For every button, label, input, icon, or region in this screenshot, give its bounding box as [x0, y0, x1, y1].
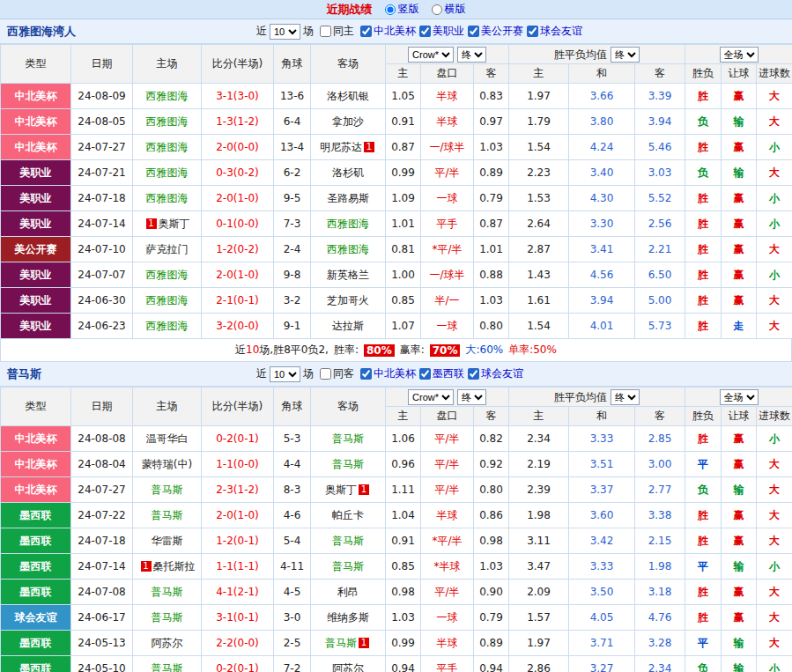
match-score[interactable]: 2-0(1-0) [202, 503, 274, 528]
match-score[interactable]: 0-1(0-0) [202, 211, 274, 237]
match-score[interactable]: 4-1(2-1) [202, 580, 274, 605]
final-odds-select[interactable]: 终 [457, 47, 486, 63]
match-score[interactable]: 1-2(0-2) [202, 237, 274, 262]
result-indicator: 负 [685, 160, 722, 186]
away-team[interactable]: 圣路易斯 [311, 186, 386, 211]
same-venue-checkbox[interactable] [320, 368, 331, 380]
home-team[interactable]: 西雅图海 [133, 262, 202, 288]
match-score[interactable]: 2-0(0-0) [202, 135, 274, 160]
bookmaker-select[interactable]: Crow* [408, 47, 454, 63]
home-team[interactable]: 普马斯 [133, 605, 202, 631]
team-name: 萨克拉门 [146, 243, 189, 255]
scope-select[interactable]: 全场 [720, 47, 759, 63]
match-score[interactable]: 1-1(0-0) [202, 452, 274, 477]
match-score[interactable]: 2-2(0-0) [202, 631, 274, 656]
league-filter[interactable]: 美职业 [416, 24, 464, 39]
league-filter[interactable]: 球会友谊 [523, 24, 582, 39]
match-score[interactable]: 2-3(1-2) [202, 477, 274, 503]
orientation-horizontal-option[interactable]: 横版 [432, 2, 466, 17]
bookmaker-select[interactable]: Crow* [408, 389, 454, 405]
europe-final-select[interactable]: 终 [611, 389, 640, 405]
away-team[interactable]: 利昂 [311, 580, 386, 605]
home-team[interactable]: 蒙特瑞(中) [133, 452, 202, 477]
home-team[interactable]: 1桑托斯拉 [133, 554, 202, 580]
same-venue-checkbox[interactable] [320, 26, 331, 37]
match-score[interactable]: 1-1(1-1) [202, 554, 274, 580]
home-team[interactable]: 西雅图海 [133, 135, 202, 160]
match-score[interactable]: 2-1(0-1) [202, 288, 274, 314]
games-label: 场 [303, 24, 314, 39]
league-checkbox[interactable] [360, 26, 372, 37]
away-team[interactable]: 西雅图海 [311, 211, 386, 237]
match-score[interactable]: 2-0(1-0) [202, 186, 274, 211]
home-team[interactable]: 阿苏尔 [133, 631, 202, 656]
match-score[interactable]: 3-1(0-1) [202, 605, 274, 631]
league-checkbox[interactable] [468, 368, 479, 380]
odds-win: 1.97 [509, 631, 569, 656]
home-team[interactable]: 西雅图海 [133, 186, 202, 211]
away-team[interactable]: 明尼苏达1 [311, 135, 386, 160]
away-team[interactable]: 洛杉矶 [311, 160, 386, 186]
home-team[interactable]: 萨克拉门 [133, 237, 202, 262]
home-team[interactable]: 普马斯 [133, 477, 202, 503]
orientation-vertical-option[interactable]: 竖版 [385, 2, 419, 17]
europe-final-select[interactable]: 终 [611, 47, 640, 63]
home-team[interactable]: 普马斯 [133, 656, 202, 672]
away-team[interactable]: 奥斯丁1 [311, 477, 386, 503]
match-count-select[interactable]: 10 [270, 366, 300, 382]
home-team[interactable]: 西雅图海 [133, 109, 202, 135]
home-team[interactable]: 西雅图海 [133, 314, 202, 339]
away-team[interactable]: 帕丘卡 [311, 503, 386, 528]
away-team[interactable]: 普马斯 [311, 528, 386, 554]
home-team[interactable]: 温哥华白 [133, 426, 202, 452]
match-score[interactable]: 0-2(0-1) [202, 656, 274, 672]
league-checkbox[interactable] [468, 26, 479, 37]
scope-select[interactable]: 全场 [720, 389, 759, 405]
horizontal-radio[interactable] [432, 4, 442, 15]
same-venue-filter[interactable]: 同客 [316, 366, 354, 381]
league-label: 墨西联 [433, 366, 464, 381]
away-team[interactable]: 普马斯 [311, 554, 386, 580]
odds-draw: 3.94 [569, 288, 635, 314]
away-team[interactable]: 普马斯1 [311, 631, 386, 656]
away-team[interactable]: 维纳多斯 [311, 605, 386, 631]
league-filter[interactable]: 墨西联 [416, 366, 464, 381]
league-checkbox[interactable] [419, 368, 431, 380]
home-team[interactable]: 普马斯 [133, 580, 202, 605]
league-filter[interactable]: 球会友谊 [464, 366, 523, 381]
match-score[interactable]: 0-2(0-1) [202, 426, 274, 452]
same-venue-filter[interactable]: 同主 [316, 24, 354, 39]
home-team[interactable]: 华雷斯 [133, 528, 202, 554]
home-team[interactable]: 1奥斯丁 [133, 211, 202, 237]
away-team[interactable]: 芝加哥火 [311, 288, 386, 314]
away-team[interactable]: 阿苏尔 [311, 656, 386, 672]
away-team[interactable]: 拿加沙 [311, 109, 386, 135]
league-filter[interactable]: 中北美杯 [357, 24, 416, 39]
vertical-radio[interactable] [385, 4, 396, 15]
away-team[interactable]: 新英格兰 [311, 262, 386, 288]
match-count-select[interactable]: 10 [270, 24, 300, 40]
home-team[interactable]: 西雅图海 [133, 288, 202, 314]
away-team[interactable]: 普马斯 [311, 452, 386, 477]
match-score[interactable]: 1-2(0-1) [202, 528, 274, 554]
final-odds-select[interactable]: 终 [457, 389, 486, 405]
match-score[interactable]: 1-3(1-2) [202, 109, 274, 135]
match-score[interactable]: 3-2(0-0) [202, 314, 274, 339]
match-row: 墨西联24-07-18华雷斯1-2(0-1)5-4普马斯0.91*平/半0.98… [1, 528, 792, 554]
match-score[interactable]: 3-1(3-0) [202, 84, 274, 109]
home-team[interactable]: 西雅图海 [133, 160, 202, 186]
away-team[interactable]: 普马斯 [311, 426, 386, 452]
league-checkbox[interactable] [419, 26, 431, 37]
league-filter[interactable]: 中北美杯 [357, 366, 416, 381]
league-checkbox[interactable] [360, 368, 372, 380]
home-team[interactable]: 普马斯 [133, 503, 202, 528]
match-score[interactable]: 2-0(1-0) [202, 262, 274, 288]
corner-count: 6-4 [274, 109, 311, 135]
league-checkbox[interactable] [527, 26, 538, 37]
league-filter[interactable]: 美公开赛 [464, 24, 523, 39]
match-score[interactable]: 0-3(0-2) [202, 160, 274, 186]
away-team[interactable]: 西雅图海 [311, 237, 386, 262]
away-team[interactable]: 达拉斯 [311, 314, 386, 339]
home-team[interactable]: 西雅图海 [133, 84, 202, 109]
away-team[interactable]: 洛杉矶银 [311, 84, 386, 109]
